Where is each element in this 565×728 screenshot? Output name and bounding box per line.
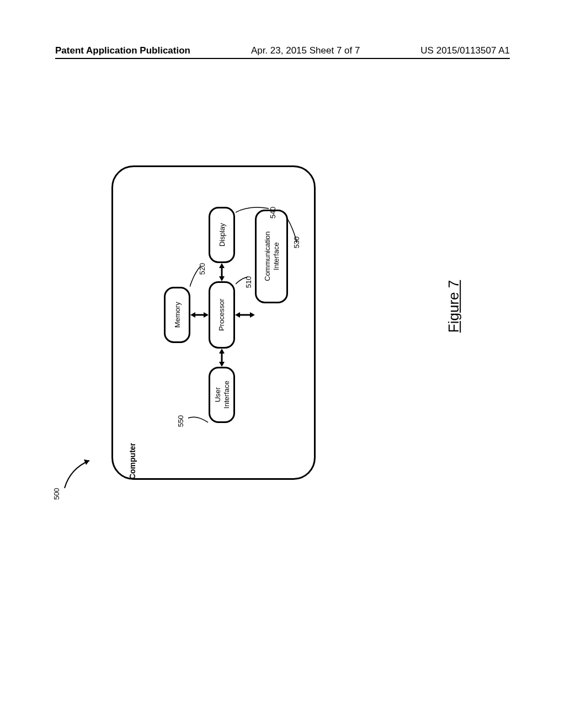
display-label: Display [217, 223, 226, 247]
arrow-processor-display [217, 263, 227, 281]
memory-label: Memory [173, 302, 182, 328]
svg-marker-12 [219, 362, 225, 367]
svg-marker-2 [190, 312, 195, 318]
processor-block: Processor [209, 281, 235, 349]
header-date-sheet: Apr. 23, 2015 Sheet 7 of 7 [251, 45, 360, 56]
header-rule [55, 58, 510, 59]
page-header: Patent Application Publication Apr. 23, … [0, 45, 565, 56]
arrow-processor-user-interface [217, 349, 227, 367]
user-interface-ref: 550 [177, 415, 185, 427]
header-publication: Patent Application Publication [55, 45, 190, 56]
comm-interface-label: Communication Interface [263, 232, 280, 281]
comm-leader [287, 218, 301, 244]
arrow-memory-processor [190, 310, 209, 320]
memory-leader [190, 265, 204, 288]
user-interface-leader [187, 414, 210, 425]
processor-label: Processor [217, 299, 226, 331]
svg-marker-5 [219, 263, 225, 268]
system-ref-number: 500 [52, 488, 61, 500]
user-interface-block: User Interface [209, 367, 235, 423]
user-interface-label: User Interface [213, 381, 230, 409]
header-patent-number: US 2015/0113507 A1 [420, 45, 510, 56]
comm-interface-block: Communication Interface [255, 210, 288, 303]
computer-label: Computer [128, 443, 137, 479]
svg-marker-11 [219, 349, 225, 354]
figure-label: Figure 7 [445, 280, 462, 333]
svg-marker-8 [235, 312, 240, 318]
display-block: Display [209, 207, 235, 263]
svg-marker-3 [204, 312, 209, 318]
diagram: 500 Computer Processor 510 Memory 520 Di… [89, 149, 443, 502]
memory-block: Memory [164, 287, 190, 343]
system-ref-arrow [62, 458, 100, 491]
arrow-processor-comm [235, 310, 255, 320]
processor-leader [236, 276, 249, 286]
svg-marker-9 [250, 312, 255, 318]
svg-marker-6 [219, 276, 225, 281]
